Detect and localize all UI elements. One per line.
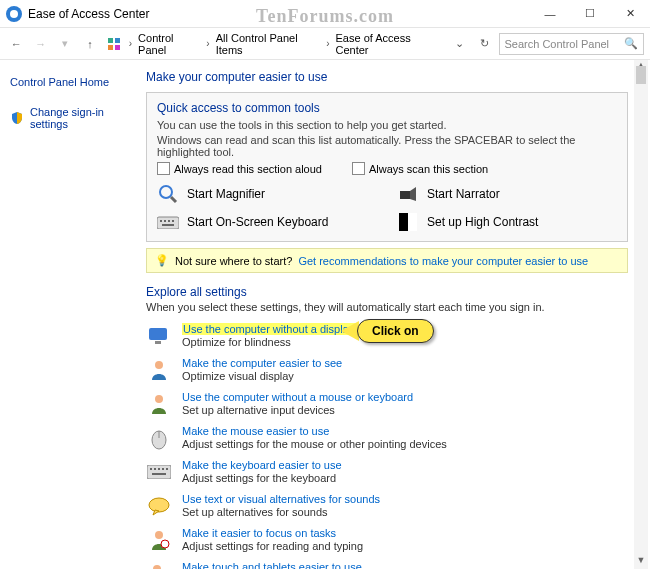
control-panel-home-link[interactable]: Control Panel Home [8, 72, 132, 92]
always-read-checkbox[interactable]: Always read this section aloud [157, 162, 322, 175]
svg-point-32 [153, 565, 161, 569]
svg-rect-26 [162, 468, 164, 470]
setting-keyboard-easier: Make the keyboard easier to use Adjust s… [146, 459, 628, 485]
setting-link[interactable]: Make the mouse easier to use [182, 425, 447, 437]
control-panel-icon[interactable] [104, 33, 125, 55]
vertical-scrollbar[interactable]: ▲ ▼ [634, 60, 648, 569]
sidebar: Control Panel Home Change sign-in settin… [0, 60, 140, 569]
forward-button[interactable]: → [31, 33, 52, 55]
svg-rect-16 [149, 328, 167, 340]
address-dropdown[interactable]: ⌄ [449, 33, 470, 55]
setting-link[interactable]: Make the computer easier to see [182, 357, 342, 369]
explore-sub: When you select these settings, they wil… [146, 301, 628, 313]
quick-access-title: Quick access to common tools [157, 101, 617, 115]
quick-access-line1: You can use the tools in this section to… [157, 119, 617, 131]
setting-link[interactable]: Make touch and tablets easier to use [182, 561, 362, 569]
setting-easier-to-see: Make the computer easier to see Optimize… [146, 357, 628, 383]
contrast-icon [397, 211, 419, 233]
setting-desc: Adjust settings for the keyboard [182, 472, 342, 484]
start-osk-link[interactable]: Start On-Screen Keyboard [157, 211, 377, 233]
quick-access-panel: Quick access to common tools You can use… [146, 92, 628, 242]
svg-rect-6 [400, 191, 410, 199]
always-scan-checkbox[interactable]: Always scan this section [352, 162, 488, 175]
svg-rect-0 [108, 38, 113, 43]
window-title: Ease of Access Center [28, 7, 149, 21]
svg-rect-2 [108, 45, 113, 50]
svg-rect-11 [168, 220, 170, 222]
chevron-icon: › [206, 38, 209, 49]
search-input[interactable]: Search Control Panel 🔍 [499, 33, 645, 55]
svg-rect-23 [150, 468, 152, 470]
recent-dropdown[interactable]: ▾ [55, 33, 76, 55]
refresh-button[interactable]: ↻ [474, 33, 495, 55]
svg-rect-3 [115, 45, 120, 50]
setting-link[interactable]: Use the computer without a mouse or keyb… [182, 391, 413, 403]
svg-point-30 [155, 531, 163, 539]
setting-focus-tasks: Make it easier to focus on tasks Adjust … [146, 527, 628, 553]
keyboard-icon [146, 459, 172, 485]
narrator-icon [397, 183, 419, 205]
up-button[interactable]: ↑ [80, 33, 101, 55]
person-focus-icon [146, 527, 172, 553]
scrollbar-thumb[interactable] [636, 66, 646, 84]
start-magnifier-link[interactable]: Start Magnifier [157, 183, 377, 205]
watermark: TenForums.com [256, 6, 394, 27]
setting-desc: Adjust settings for the mouse or other p… [182, 438, 447, 450]
back-button[interactable]: ← [6, 33, 27, 55]
callout-label: Click on [357, 319, 434, 343]
svg-rect-28 [152, 473, 166, 475]
setting-desc: Optimize for blindness [182, 336, 355, 348]
person-see-icon [146, 357, 172, 383]
person-input-icon [146, 391, 172, 417]
quick-access-line2: Windows can read and scan this list auto… [157, 134, 617, 158]
crumb-ease-of-access[interactable]: Ease of Access Center [334, 29, 442, 59]
search-placeholder: Search Control Panel [505, 38, 610, 50]
recommendations-link[interactable]: Get recommendations to make your compute… [298, 255, 588, 267]
setting-sound-alternatives: Use text or visual alternatives for soun… [146, 493, 628, 519]
setting-link[interactable]: Use the computer without a display [182, 323, 355, 335]
svg-rect-22 [147, 465, 171, 479]
person-tablet-icon [146, 561, 172, 569]
explore-heading: Explore all settings [146, 285, 628, 299]
svg-rect-24 [154, 468, 156, 470]
setup-high-contrast-link[interactable]: Set up High Contrast [397, 211, 617, 233]
minimize-button[interactable]: — [530, 0, 570, 28]
lightbulb-icon: 💡 [155, 254, 169, 267]
hint-text: Not sure where to start? [175, 255, 292, 267]
display-off-icon [146, 323, 172, 349]
setting-without-display: Use the computer without a display Optim… [146, 323, 628, 349]
start-narrator-link[interactable]: Start Narrator [397, 183, 617, 205]
speech-bubble-icon [146, 493, 172, 519]
setting-mouse-easier: Make the mouse easier to use Adjust sett… [146, 425, 628, 451]
svg-rect-10 [164, 220, 166, 222]
callout-annotation: Click on [341, 319, 434, 343]
svg-point-29 [149, 498, 169, 512]
setting-desc: Set up alternative input devices [182, 404, 413, 416]
svg-point-4 [160, 186, 172, 198]
svg-point-19 [155, 395, 163, 403]
mouse-icon [146, 425, 172, 451]
setting-link[interactable]: Use text or visual alternatives for soun… [182, 493, 380, 505]
app-icon [6, 6, 22, 22]
svg-point-18 [155, 361, 163, 369]
setting-desc: Adjust settings for reading and typing [182, 540, 363, 552]
crumb-all-items[interactable]: All Control Panel Items [214, 29, 322, 59]
sidebar-item-change-signin[interactable]: Change sign-in settings [8, 102, 132, 134]
maximize-button[interactable]: ☐ [570, 0, 610, 28]
setting-link[interactable]: Make it easier to focus on tasks [182, 527, 363, 539]
navbar: ← → ▾ ↑ › Control Panel › All Control Pa… [0, 28, 650, 60]
settings-list: Use the computer without a display Optim… [146, 323, 628, 569]
setting-desc: Set up alternatives for sounds [182, 506, 380, 518]
crumb-control-panel[interactable]: Control Panel [136, 29, 202, 59]
svg-rect-17 [155, 341, 161, 344]
svg-rect-12 [172, 220, 174, 222]
close-button[interactable]: ✕ [610, 0, 650, 28]
svg-rect-9 [160, 220, 162, 222]
keyboard-icon [157, 211, 179, 233]
checkbox-icon [157, 162, 170, 175]
setting-link[interactable]: Make the keyboard easier to use [182, 459, 342, 471]
setting-desc: Optimize visual display [182, 370, 342, 382]
svg-line-5 [171, 197, 176, 202]
chevron-icon: › [129, 38, 132, 49]
svg-rect-13 [162, 224, 174, 226]
